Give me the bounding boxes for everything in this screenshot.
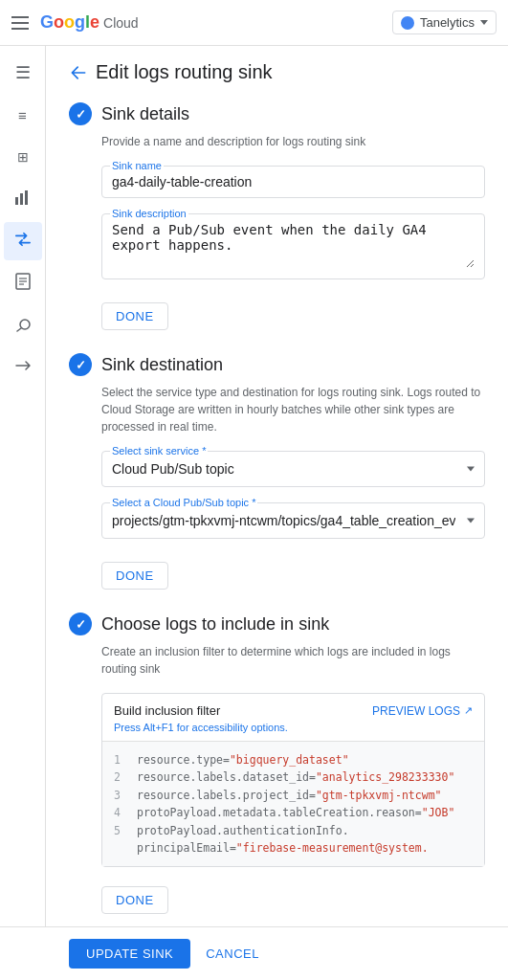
external-link-icon: ↗ bbox=[464, 704, 473, 717]
code-line-5: 5 protoPayload.authenticationInfo. bbox=[114, 822, 473, 839]
sink-service-field: Select sink service * Cloud Pub/Sub topi… bbox=[101, 451, 485, 487]
svg-rect-2 bbox=[25, 190, 28, 205]
include-logs-subtitle: Create an inclusion filter to determine … bbox=[101, 643, 485, 678]
sink-destination-title: Sink destination bbox=[101, 355, 223, 375]
hamburger-icon: ☰ bbox=[15, 62, 31, 83]
back-button[interactable] bbox=[69, 63, 88, 82]
code-line-1: 1 resource.type="bigquery_dataset" bbox=[114, 751, 473, 768]
sink-details-body: Sink name Sink description Send a Pub/Su… bbox=[101, 166, 485, 330]
sink-name-label: Sink name bbox=[110, 160, 164, 171]
include-logs-title: Choose logs to include in sink bbox=[101, 614, 329, 635]
grid-icon: ⊞ bbox=[17, 149, 29, 165]
sidebar-item-search-logs[interactable] bbox=[4, 306, 42, 345]
sink-service-label: Select sink service * bbox=[110, 445, 208, 457]
inclusion-filter-box: Build inclusion filter PREVIEW LOGS ↗ Pr… bbox=[101, 693, 485, 867]
code-line-4: 4 protoPayload.metadata.tableCreation.re… bbox=[114, 804, 473, 821]
sink-details-subtitle: Provide a name and description for logs … bbox=[101, 133, 485, 150]
pubsub-topic-label: Select a Cloud Pub/Sub topic * bbox=[110, 497, 257, 508]
code-line-2: 2 resource.labels.dataset_id="analytics_… bbox=[114, 768, 473, 786]
sidebar-item-menu[interactable]: ☰ bbox=[4, 54, 42, 92]
sink-name-wrapper: Sink name bbox=[101, 166, 485, 198]
shuffle-icon bbox=[14, 231, 32, 253]
sidebar-item-doc[interactable] bbox=[4, 264, 42, 302]
sidebar-item-list[interactable]: ≡ bbox=[4, 96, 42, 134]
sidebar-item-router[interactable] bbox=[4, 348, 42, 387]
top-nav: Google Cloud Tanelytics bbox=[0, 0, 508, 46]
sink-service-wrapper: Select sink service * Cloud Pub/Sub topi… bbox=[101, 451, 485, 487]
cloud-label: Cloud bbox=[103, 15, 139, 31]
sink-details-title: Sink details bbox=[101, 104, 189, 124]
sidebar-item-grid[interactable]: ⊞ bbox=[4, 138, 42, 176]
svg-line-8 bbox=[17, 328, 21, 331]
bottom-actions: UPDATE SINK CANCEL bbox=[0, 926, 508, 980]
main-content: Edit logs routing sink Sink details Prov… bbox=[46, 46, 508, 980]
sink-description-wrapper: Sink description Send a Pub/Sub event wh… bbox=[101, 213, 485, 279]
sink-name-field: Sink name bbox=[101, 166, 485, 198]
include-logs-done-button[interactable]: DONE bbox=[101, 886, 168, 914]
sink-destination-check bbox=[69, 353, 92, 376]
page-header: Edit logs routing sink bbox=[69, 61, 485, 83]
svg-rect-1 bbox=[20, 193, 23, 205]
pubsub-topic-field: Select a Cloud Pub/Sub topic * projects/… bbox=[101, 502, 485, 539]
sink-details-section: Sink details Provide a name and descript… bbox=[69, 102, 485, 330]
code-line-3: 3 resource.labels.project_id="gtm-tpkxvm… bbox=[114, 787, 473, 804]
sidebar-item-analytics[interactable] bbox=[4, 180, 42, 218]
route-icon bbox=[14, 357, 32, 379]
sink-details-done-button[interactable]: DONE bbox=[101, 302, 168, 330]
sink-description-field: Sink description Send a Pub/Sub event wh… bbox=[101, 213, 485, 279]
sink-description-input[interactable]: Send a Pub/Sub event when the daily GA4 … bbox=[112, 222, 475, 268]
sink-service-select[interactable]: Cloud Pub/Sub topic Cloud Storage BigQue… bbox=[102, 452, 484, 486]
chevron-down-icon bbox=[480, 20, 488, 25]
sink-destination-done-button[interactable]: DONE bbox=[101, 562, 168, 590]
sink-destination-subtitle: Select the service type and destination … bbox=[101, 384, 485, 435]
search-doc-icon bbox=[15, 315, 31, 337]
sink-destination-header: Sink destination bbox=[69, 353, 485, 376]
filter-box-title: Build inclusion filter bbox=[114, 703, 220, 718]
menu-icon[interactable] bbox=[11, 16, 29, 30]
sink-description-label: Sink description bbox=[110, 208, 188, 219]
pubsub-topic-select[interactable]: projects/gtm-tpkxvmj-ntcwm/topics/ga4_ta… bbox=[102, 503, 484, 538]
preview-logs-label: PREVIEW LOGS bbox=[372, 704, 460, 718]
include-logs-body: Build inclusion filter PREVIEW LOGS ↗ Pr… bbox=[101, 693, 485, 914]
sink-details-header: Sink details bbox=[69, 102, 485, 125]
document-icon bbox=[15, 273, 31, 295]
sidebar: ☰ ≡ ⊞ bbox=[0, 46, 46, 980]
project-icon bbox=[401, 16, 414, 30]
sink-destination-body: Select sink service * Cloud Pub/Sub topi… bbox=[101, 451, 485, 590]
filter-code-area[interactable]: 1 resource.type="bigquery_dataset" 2 res… bbox=[102, 741, 484, 866]
sink-destination-section: Sink destination Select the service type… bbox=[69, 353, 485, 590]
google-cloud-logo[interactable]: Google Cloud bbox=[40, 12, 139, 33]
list-icon: ≡ bbox=[18, 107, 27, 123]
cancel-button[interactable]: CANCEL bbox=[206, 947, 259, 961]
project-name: Tanelytics bbox=[420, 15, 475, 30]
include-logs-header: Choose logs to include in sink bbox=[69, 612, 485, 635]
pubsub-topic-wrapper: Select a Cloud Pub/Sub topic * projects/… bbox=[101, 502, 485, 539]
filter-box-header: Build inclusion filter PREVIEW LOGS ↗ bbox=[102, 694, 484, 722]
code-line-6: principalEmail="firebase-measurement@sys… bbox=[114, 839, 473, 857]
svg-rect-0 bbox=[15, 197, 18, 205]
project-selector[interactable]: Tanelytics bbox=[392, 11, 497, 34]
page-title: Edit logs routing sink bbox=[96, 61, 273, 83]
sink-details-check bbox=[69, 102, 92, 125]
preview-logs-button[interactable]: PREVIEW LOGS ↗ bbox=[372, 704, 473, 718]
sidebar-item-transfer[interactable] bbox=[4, 222, 42, 260]
include-logs-section: Choose logs to include in sink Create an… bbox=[69, 612, 485, 914]
include-logs-check bbox=[69, 612, 92, 635]
update-sink-button[interactable]: UPDATE SINK bbox=[69, 939, 190, 969]
sink-name-input[interactable] bbox=[112, 174, 475, 189]
bar-chart-icon bbox=[14, 189, 32, 211]
accessibility-hint: Press Alt+F1 for accessibility options. bbox=[102, 722, 484, 741]
